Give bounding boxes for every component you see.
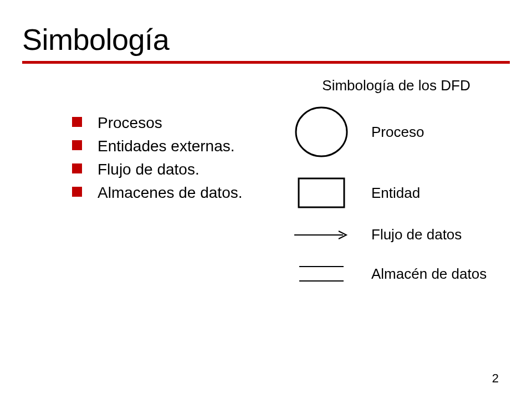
dfd-label-entity: Entidad bbox=[360, 185, 420, 202]
svg-point-0 bbox=[296, 108, 347, 156]
dfd-row-process: Proceso bbox=[283, 104, 510, 160]
bullet-item: Procesos bbox=[72, 111, 277, 135]
dfd-row-datastore: Almacén de datos bbox=[283, 260, 510, 288]
datastore-symbol-icon bbox=[283, 260, 360, 288]
svg-rect-1 bbox=[299, 178, 344, 207]
dfd-label-process: Proceso bbox=[360, 124, 424, 141]
bullet-item: Flujo de datos. bbox=[72, 158, 277, 181]
title-rule bbox=[22, 61, 510, 64]
bullet-item: Almacenes de datos. bbox=[72, 181, 277, 204]
body-area: Procesos Entidades externas. Flujo de da… bbox=[22, 77, 510, 304]
bullet-list: Procesos Entidades externas. Flujo de da… bbox=[22, 77, 277, 204]
page-number: 2 bbox=[492, 371, 499, 386]
dfd-legend: Simbología de los DFD Proceso Entidad bbox=[277, 77, 510, 304]
entity-symbol-icon bbox=[283, 176, 360, 209]
slide-title: Simbología bbox=[22, 22, 510, 57]
dfd-legend-title: Simbología de los DFD bbox=[283, 77, 510, 94]
dfd-label-flow: Flujo de datos bbox=[360, 226, 462, 243]
flow-symbol-icon bbox=[283, 228, 360, 242]
dfd-row-flow: Flujo de datos bbox=[283, 226, 510, 243]
dfd-row-entity: Entidad bbox=[283, 176, 510, 209]
dfd-label-datastore: Almacén de datos bbox=[360, 265, 487, 283]
slide: Simbología Procesos Entidades externas. … bbox=[0, 0, 532, 399]
bullet-item: Entidades externas. bbox=[72, 135, 277, 158]
process-symbol-icon bbox=[283, 104, 360, 160]
